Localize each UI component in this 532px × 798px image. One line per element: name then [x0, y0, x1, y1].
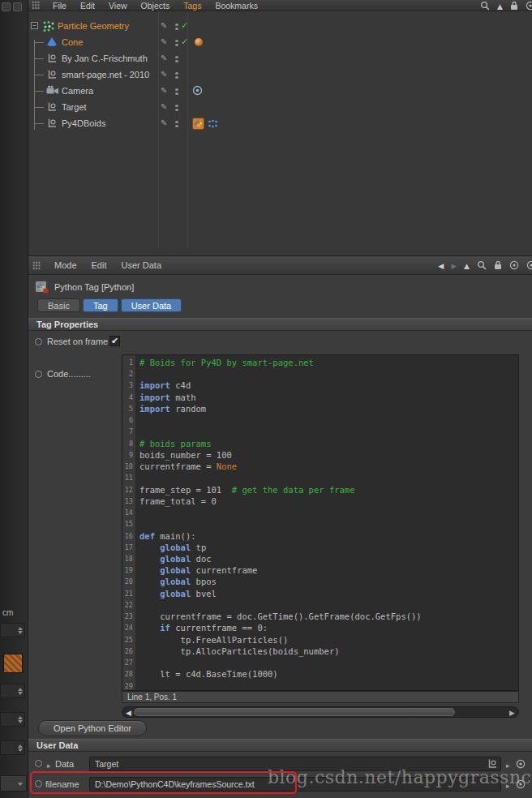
visibility-dots[interactable] — [175, 87, 178, 97]
viewport-tool-icon[interactable] — [2, 2, 11, 11]
menu-file[interactable]: File — [52, 1, 67, 11]
code-line[interactable]: 16def main(): — [122, 530, 518, 542]
menu-mode[interactable]: Mode — [54, 260, 78, 270]
code-line[interactable]: 25 tp.FreeAllParticles() — [122, 634, 518, 646]
code-horizontal-scrollbar[interactable] — [122, 706, 519, 718]
object-row-smart-page[interactable]: smart-page.net - 2010 — [28, 66, 532, 83]
object-name[interactable]: Target — [62, 102, 87, 112]
up-arrow-icon[interactable] — [497, 1, 503, 11]
history-forward-icon[interactable] — [451, 260, 457, 271]
code-line[interactable]: 27 — [122, 657, 518, 668]
spinner-arrows-icon[interactable] — [16, 741, 24, 754]
visibility-dots[interactable] — [175, 54, 178, 64]
layer-pencil-icon[interactable] — [161, 101, 167, 112]
layer-pencil-icon[interactable] — [161, 85, 167, 96]
code-line[interactable]: 24 if currentframe == 0: — [122, 622, 518, 633]
settings-icon[interactable] — [526, 260, 532, 270]
layer-pencil-icon[interactable] — [161, 20, 167, 31]
keyframe-circle-icon[interactable] — [35, 371, 42, 378]
search-icon[interactable] — [477, 260, 487, 270]
code-line[interactable]: 20 global bpos — [122, 576, 518, 587]
code-line[interactable]: 12frame_step = 101 # get the data per fr… — [122, 484, 518, 496]
code-line[interactable]: 1# Boids for Py4D by smart-page.net — [122, 357, 518, 368]
tab-user-data[interactable]: User Data — [121, 298, 182, 312]
visibility-dots[interactable] — [175, 22, 178, 32]
code-line[interactable]: 28 lt = c4d.BaseTime(1000) — [122, 668, 518, 680]
code-line[interactable]: 19 global currentframe — [122, 564, 518, 576]
keyframe-circle-icon[interactable] — [35, 338, 42, 345]
keyframe-circle-icon[interactable] — [35, 760, 42, 767]
spinner-arrows-icon[interactable] — [16, 624, 24, 637]
target-tag-icon[interactable] — [192, 85, 203, 97]
particles-tag-icon[interactable] — [208, 118, 218, 131]
expand-caret-icon[interactable] — [47, 760, 51, 770]
object-name[interactable]: smart-page.net - 2010 — [62, 70, 149, 79]
coordinate-spinner[interactable] — [0, 684, 25, 698]
layer-pencil-icon[interactable] — [161, 118, 167, 128]
object-row-camera[interactable]: Camera — [28, 83, 532, 99]
code-line[interactable]: 26 tp.AllocParticles(boids_number) — [122, 646, 518, 657]
object-name[interactable]: Camera — [62, 86, 93, 96]
scroll-right-icon[interactable] — [507, 707, 517, 717]
menu-bookmarks[interactable]: Bookmarks — [214, 1, 259, 11]
layer-pencil-icon[interactable] — [161, 69, 167, 79]
search-icon[interactable] — [480, 1, 490, 11]
parent-up-icon[interactable] — [464, 260, 470, 271]
menu-objects[interactable]: Objects — [140, 1, 171, 11]
object-row-by-jan[interactable]: By Jan C.-Frischmuth — [28, 50, 532, 66]
layer-pencil-icon[interactable] — [161, 53, 167, 63]
coordinate-dropdown[interactable] — [0, 775, 27, 792]
menu-edit[interactable]: Edit — [79, 1, 96, 11]
open-python-editor-button[interactable]: Open Python Editor — [38, 720, 147, 736]
object-row-particle-geometry[interactable]: Particle Geometry — [28, 18, 532, 34]
code-line[interactable]: 10currentframe = None — [122, 461, 518, 472]
object-row-py4dboids[interactable]: Py4DBoids — [28, 115, 532, 131]
spinner-arrows-icon[interactable] — [16, 684, 24, 697]
code-line[interactable]: 22 — [122, 599, 518, 611]
code-line[interactable]: 18 global doc — [122, 553, 518, 564]
enabled-check-icon[interactable] — [181, 20, 188, 31]
visibility-dots[interactable] — [175, 71, 178, 80]
code-line[interactable]: 29 — [122, 680, 518, 691]
code-line[interactable]: 7 — [122, 426, 518, 437]
scrollbar-thumb[interactable] — [134, 708, 455, 716]
object-name[interactable]: Cone — [62, 37, 83, 47]
object-row-cone[interactable]: Cone — [28, 34, 532, 50]
visibility-dots[interactable] — [175, 119, 178, 129]
history-back-icon[interactable] — [438, 260, 444, 271]
visibility-dots[interactable] — [175, 103, 178, 113]
panel-grip-icon[interactable] — [32, 261, 41, 270]
code-line[interactable]: 4import math — [122, 392, 518, 403]
menu-user-data[interactable]: User Data — [121, 260, 163, 270]
material-tag-icon[interactable] — [195, 38, 203, 46]
object-row-target[interactable]: Target — [28, 99, 532, 115]
code-line[interactable]: 15 — [122, 518, 518, 530]
python-tag-icon[interactable] — [192, 118, 204, 131]
coordinate-spinner[interactable] — [0, 712, 25, 727]
code-line[interactable]: 9boids_number = 100 — [122, 449, 518, 461]
enabled-check-icon[interactable] — [181, 36, 188, 47]
code-line[interactable]: 14 — [122, 507, 518, 518]
scroll-left-icon[interactable] — [123, 707, 134, 717]
tab-basic[interactable]: Basic — [37, 298, 80, 312]
code-line[interactable]: 5import random — [122, 403, 518, 414]
lock-icon[interactable] — [494, 260, 502, 270]
lock-icon[interactable] — [510, 1, 518, 11]
target-icon[interactable] — [526, 1, 532, 11]
reset-on-frame-checkbox[interactable] — [109, 336, 120, 346]
code-line[interactable]: 6 — [122, 414, 518, 426]
coordinate-spinner[interactable] — [0, 740, 25, 755]
code-line[interactable]: 17 global tp — [122, 542, 518, 553]
code-line[interactable]: 2 — [122, 368, 518, 380]
code-line[interactable]: 21 global bvel — [122, 588, 518, 599]
tab-tag[interactable]: Tag — [83, 298, 118, 312]
object-name[interactable]: Particle Geometry — [58, 21, 129, 31]
section-header-user-data[interactable]: User Data — [28, 739, 532, 752]
target-icon[interactable] — [509, 260, 519, 270]
material-thumbnail[interactable] — [3, 654, 23, 673]
python-code-editor[interactable]: 1# Boids for Py4D by smart-page.net23imp… — [122, 354, 519, 691]
code-line[interactable]: 3import c4d — [122, 380, 518, 391]
code-line[interactable]: 8# boids params — [122, 438, 518, 449]
object-name[interactable]: Py4DBoids — [62, 118, 105, 128]
collapse-expander-icon[interactable] — [31, 22, 38, 29]
